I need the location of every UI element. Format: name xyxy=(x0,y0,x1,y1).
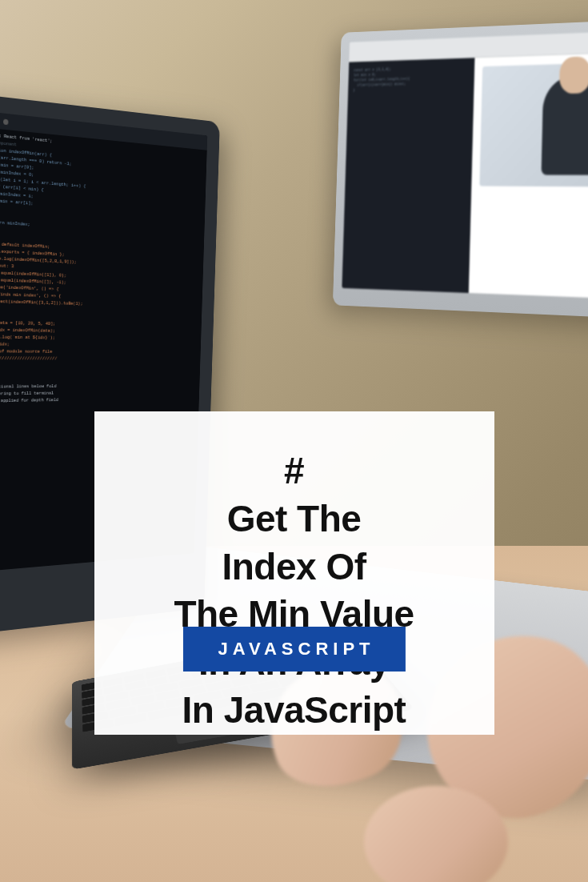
title-line: Get The xyxy=(227,498,362,539)
category-badge: JAVASCRIPT xyxy=(182,627,405,672)
title-line: In JavaScript xyxy=(182,689,406,731)
title-line: Index Of xyxy=(222,546,366,587)
title-heading: # Get The Index Of The Min Value In An A… xyxy=(114,447,474,735)
title-line: # xyxy=(284,450,304,491)
title-card: # Get The Index Of The Min Value In An A… xyxy=(94,206,494,650)
